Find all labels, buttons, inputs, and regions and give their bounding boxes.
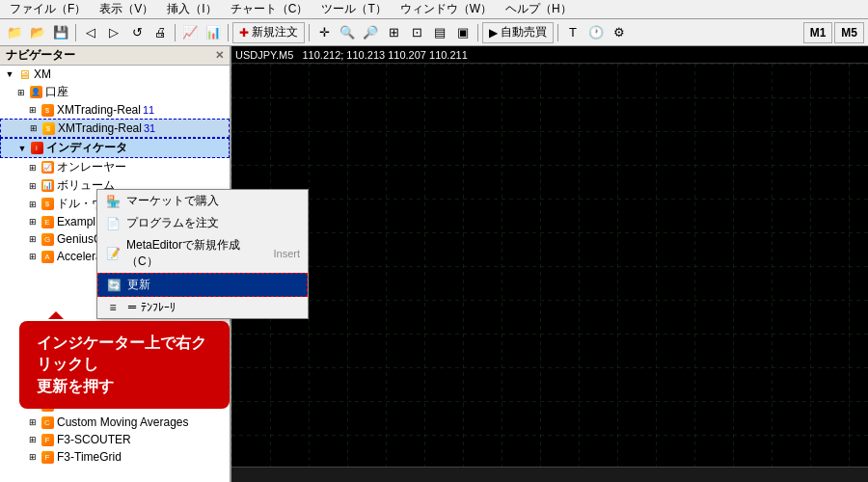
- navigator-title-text: ナビゲーター: [6, 47, 75, 64]
- toolbar-period-btn[interactable]: ⊞: [383, 22, 404, 43]
- ctx-update[interactable]: 🔄 更新: [97, 273, 308, 297]
- tooltip-line1: インジケーター上で右クリックし: [37, 333, 212, 376]
- menu-tools[interactable]: ツール（T）: [315, 0, 392, 18]
- tree-indicators[interactable]: ▼ i インディケータ: [0, 138, 230, 158]
- account2-icon: $: [41, 120, 56, 136]
- context-menu: 🏪 マーケットで購入 📄 プログラムを注文 📝 MetaEditorで新規作成（…: [96, 189, 309, 319]
- chart-area[interactable]: [231, 64, 868, 467]
- toolbar-t1-btn[interactable]: T: [562, 22, 583, 43]
- ctx-order-icon: 📄: [105, 216, 121, 231]
- ctx-order[interactable]: 📄 プログラムを注文: [97, 212, 308, 234]
- menu-insert[interactable]: 挿入（I）: [161, 0, 222, 18]
- genius-icon: G: [40, 231, 55, 247]
- tree-account2[interactable]: ⊞ $ XMTrading-Real 31: [0, 119, 230, 138]
- expand-onlayer[interactable]: ⊞: [27, 162, 39, 174]
- toolbar: 📁 📂 💾 ◁ ▷ ↺ 🖨 📈 📊 ✚ 新規注文 ✛ 🔍 🔎 ⊞ ⊡ ▤ ▣ ▶…: [0, 19, 868, 46]
- toolbar-bar-btn[interactable]: 📊: [203, 22, 224, 43]
- expand-f3timegrid[interactable]: ⊞: [27, 451, 39, 463]
- indicators-icon: i: [29, 141, 44, 156]
- toolbar-zoomout-btn[interactable]: 🔎: [360, 22, 381, 43]
- ctx-metaeditor[interactable]: 📝 MetaEditorで新規作成（C） Insert: [97, 234, 308, 273]
- expand-account1[interactable]: ⊞: [27, 104, 39, 116]
- chart-grid-svg: [231, 64, 868, 467]
- toolbar-open-btn[interactable]: 📂: [27, 22, 48, 43]
- ctx-metaeditor-icon: 📝: [105, 246, 121, 261]
- menubar: ファイル（F） 表示（V） 挿入（I） チャート（C） ツール（T） ウィンドウ…: [0, 0, 868, 19]
- toolbar-fwd-btn[interactable]: ▷: [103, 22, 124, 43]
- expand-dollar[interactable]: ⊞: [27, 199, 39, 210]
- expand-accelerat[interactable]: ⊞: [27, 251, 39, 262]
- chart-panel: USDJPY.M5 110.212; 110.213 110.207 110.2…: [231, 46, 868, 482]
- toolbar-sep5: [477, 24, 478, 41]
- toolbar-sep2: [175, 24, 176, 41]
- toolbar-settings-btn[interactable]: ⚙: [609, 22, 630, 43]
- tooltip-bubble: インジケーター上で右クリックし 更新を押す: [19, 321, 230, 409]
- toolbar-back-btn[interactable]: ◁: [80, 22, 101, 43]
- expand-example[interactable]: ⊞: [27, 216, 39, 228]
- toolbar-crosshair-btn[interactable]: ✛: [313, 22, 335, 43]
- svg-rect-3: [231, 64, 868, 467]
- example-icon: E: [40, 214, 55, 229]
- tree-cma[interactable]: ⊞ C Custom Moving Averages: [0, 414, 230, 431]
- ctx-template[interactable]: ≡ ＝ ﾃﾝﾌﾚｰﾘ: [97, 297, 308, 318]
- chart-scrollbar[interactable]: [231, 467, 868, 482]
- menu-window[interactable]: ウィンドウ（W）: [394, 0, 498, 18]
- toolbar-sep1: [75, 24, 76, 41]
- expand-genius[interactable]: ⊞: [27, 233, 39, 245]
- new-order-button[interactable]: ✚ 新規注文: [232, 22, 305, 43]
- menu-help[interactable]: ヘルプ（H）: [500, 0, 578, 18]
- cma-icon: C: [40, 415, 55, 430]
- toolbar-new-btn[interactable]: 📁: [4, 22, 25, 43]
- expand-xm[interactable]: ▼: [4, 68, 15, 80]
- auto-trade-button[interactable]: ▶ 自動売買: [482, 22, 554, 43]
- menu-file[interactable]: ファイル（F）: [4, 0, 92, 18]
- tree-xm[interactable]: ▼ 🖥 XM: [0, 66, 230, 83]
- expand-account2[interactable]: ⊞: [28, 122, 40, 134]
- accelerat-icon: A: [40, 249, 55, 264]
- toolbar-zoomin-btn[interactable]: 🔍: [337, 22, 358, 43]
- f3scouter-icon: F: [40, 432, 55, 447]
- navigator-panel: ナビゲーター ✕ ▼ 🖥 XM ⊞ 👤 口座: [0, 46, 231, 482]
- tree-account1[interactable]: ⊞ $ XMTrading-Real 11: [0, 101, 230, 119]
- main-area: ナビゲーター ✕ ▼ 🖥 XM ⊞ 👤 口座: [0, 46, 868, 482]
- ctx-market-buy[interactable]: 🏪 マーケットで購入: [97, 190, 308, 212]
- toolbar-save-btn[interactable]: 💾: [50, 22, 71, 43]
- toolbar-period2-btn[interactable]: ⊡: [406, 22, 427, 43]
- toolbar-period3-btn[interactable]: ▤: [429, 22, 450, 43]
- expand-f3scouter[interactable]: ⊞: [27, 434, 39, 445]
- m1-button[interactable]: M1: [803, 22, 833, 43]
- toolbar-sep6: [557, 24, 558, 41]
- toolbar-chart-btn[interactable]: 📈: [179, 22, 201, 43]
- expand-indicators[interactable]: ▼: [16, 143, 28, 154]
- tree-onlayer[interactable]: ⊞ 📈 オンレーヤー: [0, 158, 230, 176]
- toolbar-period4-btn[interactable]: ▣: [452, 22, 474, 43]
- ctx-market-buy-icon: 🏪: [105, 194, 121, 209]
- navigator-close-btn[interactable]: ✕: [215, 49, 224, 62]
- toolbar-print-btn[interactable]: 🖨: [149, 22, 171, 43]
- chart-header: USDJPY.M5 110.212; 110.213 110.207 110.2…: [231, 46, 868, 64]
- ctx-update-icon: 🔄: [106, 278, 122, 293]
- ctx-template-icon: ≡: [105, 300, 121, 315]
- expand-volume[interactable]: ⊞: [27, 180, 39, 192]
- tree-f3scouter[interactable]: ⊞ F F3-SCOUTER: [0, 431, 230, 448]
- volume-icon: 📊: [40, 178, 55, 194]
- account1-icon: $: [40, 102, 55, 118]
- toolbar-refresh-btn[interactable]: ↺: [126, 22, 148, 43]
- onlayer-icon: 📈: [40, 160, 55, 175]
- menu-chart[interactable]: チャート（C）: [225, 0, 314, 18]
- menu-view[interactable]: 表示（V）: [94, 0, 159, 18]
- chart-title: USDJPY.M5 110.212; 110.213 110.207 110.2…: [235, 49, 468, 61]
- folder-icon-xm: 🖥: [16, 67, 32, 82]
- navigator-title-bar: ナビゲーター ✕: [0, 46, 230, 66]
- tooltip-line2: 更新を押す: [37, 376, 212, 397]
- tree-f3timegrid[interactable]: ⊞ F F3-TimeGrid: [0, 448, 230, 466]
- tree-accounts[interactable]: ⊞ 👤 口座: [0, 83, 230, 101]
- toolbar-sep3: [228, 24, 229, 41]
- toolbar-clock-btn[interactable]: 🕐: [585, 22, 607, 43]
- expand-cma[interactable]: ⊞: [27, 416, 39, 428]
- f3timegrid-icon: F: [40, 449, 55, 465]
- dollar-icon: $: [40, 197, 55, 212]
- expand-accounts[interactable]: ⊞: [15, 87, 27, 98]
- m5-button[interactable]: M5: [834, 22, 864, 43]
- accounts-icon: 👤: [28, 85, 43, 100]
